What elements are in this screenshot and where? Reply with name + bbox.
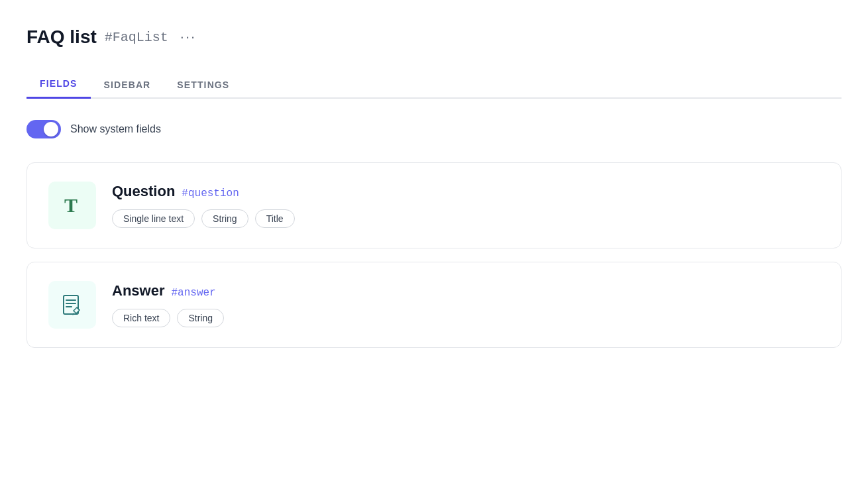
more-options-button[interactable]: ··· <box>176 28 200 46</box>
tag-string-answer: String <box>177 309 224 327</box>
field-card-question: T Question #question Single line text St… <box>27 162 841 248</box>
tag-string-question: String <box>201 209 248 228</box>
tab-sidebar[interactable]: SIDEBAR <box>91 70 164 99</box>
field-api-answer: #answer <box>171 287 215 299</box>
field-tags-answer: Rich text String <box>112 309 820 327</box>
field-info-answer: Answer #answer Rich text String <box>112 282 820 327</box>
field-name-row-question: Question #question <box>112 183 820 200</box>
text-icon: T <box>60 193 84 217</box>
toggle-knob <box>44 122 58 136</box>
tag-title: Title <box>255 209 295 228</box>
field-icon-question: T <box>48 182 96 229</box>
tag-rich-text: Rich text <box>112 309 170 327</box>
field-api-question: #question <box>182 188 239 199</box>
field-info-question: Question #question Single line text Stri… <box>112 183 820 228</box>
tab-settings[interactable]: SETTINGS <box>164 70 243 99</box>
page-header: FAQ list #FaqList ··· <box>27 27 841 48</box>
toggle-row: Show system fields <box>27 120 841 138</box>
rich-text-icon <box>60 293 84 317</box>
field-icon-answer <box>48 281 96 329</box>
field-name-question: Question <box>112 183 175 200</box>
show-system-fields-toggle[interactable] <box>27 120 61 138</box>
page-title: FAQ list <box>27 27 97 48</box>
field-name-answer: Answer <box>112 282 164 299</box>
svg-text:T: T <box>64 194 78 216</box>
field-card-answer: Answer #answer Rich text String <box>27 262 841 348</box>
field-tags-question: Single line text String Title <box>112 209 820 228</box>
tab-fields[interactable]: FIELDS <box>27 70 91 99</box>
tag-single-line-text: Single line text <box>112 209 195 228</box>
toggle-label: Show system fields <box>70 123 161 135</box>
field-name-row-answer: Answer #answer <box>112 282 820 299</box>
tabs-nav: FIELDS SIDEBAR SETTINGS <box>27 69 841 99</box>
page-hashtag: #FaqList <box>105 30 168 45</box>
